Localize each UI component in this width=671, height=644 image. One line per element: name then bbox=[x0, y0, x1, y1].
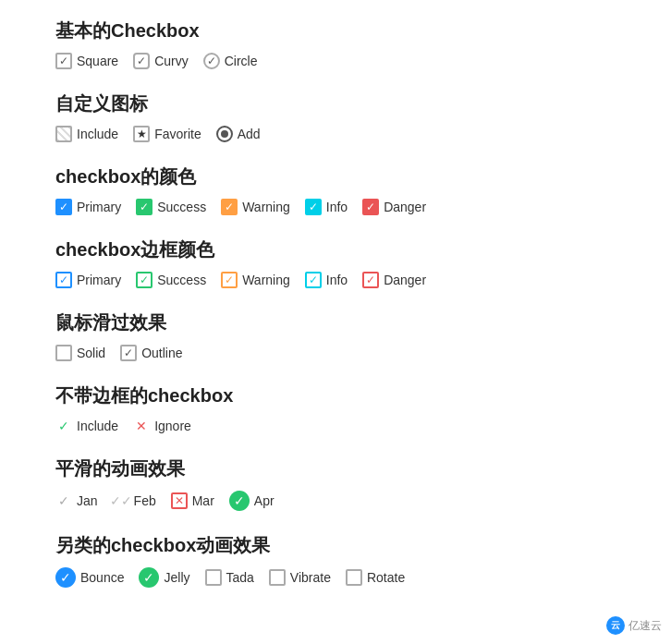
section-title-custom: 自定义图标 bbox=[55, 91, 616, 116]
checkbox-primary-border[interactable]: ✓ Primary bbox=[55, 272, 121, 288]
checkbox-bounce[interactable]: ✓ Bounce bbox=[55, 567, 124, 588]
section-title-basic: 基本的Checkbox bbox=[55, 18, 616, 43]
checkbox-row-basic: ✓ Square ✓ Curvy ✓ Circle bbox=[55, 53, 616, 69]
section-smooth-anim: 平滑的动画效果 ✓ Jan ✓✓ Feb ✕ Mar ✓ Apr bbox=[55, 456, 616, 511]
checkbox-feb[interactable]: ✓✓ Feb bbox=[113, 492, 156, 509]
checkbox-include-nb-label: Include bbox=[77, 419, 118, 433]
checkbox-hatch-box bbox=[55, 126, 72, 142]
section-hover-effect: 鼠标滑过效果 Solid ✓ Outline bbox=[55, 310, 616, 361]
checkbox-mar[interactable]: ✕ Mar bbox=[171, 492, 214, 509]
checkbox-info-box: ✓ bbox=[305, 199, 322, 215]
checkbox-jelly[interactable]: ✓ Jelly bbox=[139, 567, 189, 588]
checkbox-vibrate[interactable]: Vibrate bbox=[269, 569, 331, 586]
checkbox-row-hover: Solid ✓ Outline bbox=[55, 345, 616, 361]
checkbox-include-nb[interactable]: ✓ Include bbox=[55, 418, 118, 434]
checkbox-info-label: Info bbox=[326, 200, 348, 214]
checkbox-danger-border-box: ✓ bbox=[362, 272, 379, 288]
section-checkbox-border-color: checkbox边框颜色 ✓ Primary ✓ Success ✓ Warni… bbox=[55, 237, 616, 288]
checkbox-primary[interactable]: ✓ Primary bbox=[55, 199, 121, 215]
checkbox-tada[interactable]: Tada bbox=[205, 569, 254, 586]
checkbox-favorite-label: Favorite bbox=[154, 127, 201, 141]
checkbox-favorite[interactable]: ★ Favorite bbox=[133, 126, 201, 142]
checkbox-vibrate-label: Vibrate bbox=[290, 570, 331, 585]
checkbox-mar-box: ✕ bbox=[171, 492, 188, 509]
checkbox-row-special: ✓ Bounce ✓ Jelly Tada Vibrate Rotate bbox=[55, 567, 616, 588]
section-checkbox-color: checkbox的颜色 ✓ Primary ✓ Success ✓ Warnin… bbox=[55, 164, 616, 215]
checkbox-primary-box: ✓ bbox=[55, 199, 72, 215]
checkbox-success-label: Success bbox=[157, 200, 206, 214]
checkbox-star-box: ★ bbox=[133, 126, 150, 142]
watermark-logo-icon: 云 bbox=[606, 616, 625, 628]
checkbox-info[interactable]: ✓ Info bbox=[305, 199, 348, 215]
section-basic-checkbox: 基本的Checkbox ✓ Square ✓ Curvy ✓ Circle bbox=[55, 18, 616, 69]
checkbox-row-smooth: ✓ Jan ✓✓ Feb ✕ Mar ✓ Apr bbox=[55, 491, 616, 511]
checkbox-curvy-box: ✓ bbox=[133, 53, 150, 69]
checkbox-include-label: Include bbox=[77, 127, 118, 141]
checkbox-primary-label: Primary bbox=[77, 200, 121, 214]
section-title-special: 另类的checkbox动画效果 bbox=[55, 533, 616, 558]
section-title-border-color: checkbox边框颜色 bbox=[55, 237, 616, 262]
checkbox-jan[interactable]: ✓ Jan bbox=[55, 492, 98, 509]
checkbox-ignore-nb[interactable]: ✕ Ignore bbox=[133, 418, 191, 434]
checkbox-ignore-nb-box: ✕ bbox=[133, 418, 150, 434]
checkbox-square-label: Square bbox=[77, 54, 118, 68]
checkbox-rotate[interactable]: Rotate bbox=[346, 569, 405, 586]
checkbox-vibrate-box bbox=[269, 569, 286, 586]
section-custom-icon: 自定义图标 Include ★ Favorite Add bbox=[55, 91, 616, 142]
checkbox-jan-box: ✓ bbox=[55, 492, 72, 509]
checkbox-tada-box bbox=[205, 569, 222, 586]
checkbox-circle-label: Circle bbox=[225, 54, 258, 68]
checkbox-success-border[interactable]: ✓ Success bbox=[136, 272, 206, 288]
checkbox-add-label: Add bbox=[238, 127, 261, 141]
checkbox-square-box: ✓ bbox=[55, 53, 72, 69]
section-title-smooth: 平滑的动画效果 bbox=[55, 456, 616, 481]
checkbox-success-border-box: ✓ bbox=[136, 272, 152, 288]
checkbox-outline[interactable]: ✓ Outline bbox=[120, 345, 182, 361]
checkbox-solid-label: Solid bbox=[77, 346, 105, 360]
checkbox-include[interactable]: Include bbox=[55, 126, 118, 142]
checkbox-row-border-color: ✓ Primary ✓ Success ✓ Warning ✓ Info ✓ D… bbox=[55, 272, 616, 288]
checkbox-warning-border-label: Warning bbox=[242, 273, 290, 287]
watermark: 云 亿速云 bbox=[606, 616, 662, 628]
checkbox-feb-label: Feb bbox=[134, 493, 156, 508]
section-special-anim: 另类的checkbox动画效果 ✓ Bounce ✓ Jelly Tada Vi… bbox=[55, 533, 616, 588]
checkbox-rotate-label: Rotate bbox=[367, 570, 405, 585]
checkbox-include-nb-box: ✓ bbox=[55, 418, 72, 434]
section-title-hover: 鼠标滑过效果 bbox=[55, 310, 616, 335]
checkbox-outline-label: Outline bbox=[141, 346, 182, 360]
checkbox-tada-label: Tada bbox=[226, 570, 254, 585]
checkbox-danger[interactable]: ✓ Danger bbox=[362, 199, 426, 215]
checkbox-curvy-label: Curvy bbox=[154, 54, 189, 68]
checkbox-warning-box: ✓ bbox=[221, 199, 238, 215]
checkbox-info-border-box: ✓ bbox=[305, 272, 322, 288]
checkbox-jelly-label: Jelly bbox=[164, 570, 189, 585]
section-no-border: 不带边框的checkbox ✓ Include ✕ Ignore bbox=[55, 383, 616, 434]
checkbox-square[interactable]: ✓ Square bbox=[55, 53, 118, 69]
checkbox-radio-box bbox=[216, 126, 233, 142]
checkbox-solid[interactable]: Solid bbox=[55, 345, 105, 361]
checkbox-warning-border[interactable]: ✓ Warning bbox=[221, 272, 290, 288]
checkbox-success[interactable]: ✓ Success bbox=[136, 199, 206, 215]
checkbox-jan-label: Jan bbox=[77, 493, 98, 508]
checkbox-danger-border[interactable]: ✓ Danger bbox=[362, 272, 426, 288]
checkbox-curvy[interactable]: ✓ Curvy bbox=[133, 53, 189, 69]
checkbox-ignore-nb-label: Ignore bbox=[154, 419, 191, 433]
checkbox-danger-border-label: Danger bbox=[384, 273, 426, 287]
checkbox-circle-box: ✓ bbox=[203, 53, 220, 69]
checkbox-mar-label: Mar bbox=[192, 493, 214, 508]
checkbox-circle[interactable]: ✓ Circle bbox=[203, 53, 258, 69]
radio-inner bbox=[221, 130, 228, 138]
checkbox-solid-box bbox=[55, 345, 72, 361]
checkbox-primary-border-box: ✓ bbox=[55, 272, 72, 288]
checkbox-apr[interactable]: ✓ Apr bbox=[229, 491, 274, 511]
checkbox-bounce-label: Bounce bbox=[80, 570, 124, 585]
checkbox-apr-label: Apr bbox=[254, 493, 274, 508]
checkbox-rotate-box bbox=[346, 569, 362, 586]
checkbox-feb-box: ✓✓ bbox=[113, 492, 129, 509]
checkbox-warning[interactable]: ✓ Warning bbox=[221, 199, 290, 215]
checkbox-row-noborder: ✓ Include ✕ Ignore bbox=[55, 418, 616, 434]
checkbox-warning-label: Warning bbox=[242, 200, 290, 214]
checkbox-info-border[interactable]: ✓ Info bbox=[305, 272, 348, 288]
checkbox-primary-border-label: Primary bbox=[77, 273, 121, 287]
checkbox-add[interactable]: Add bbox=[216, 126, 261, 142]
